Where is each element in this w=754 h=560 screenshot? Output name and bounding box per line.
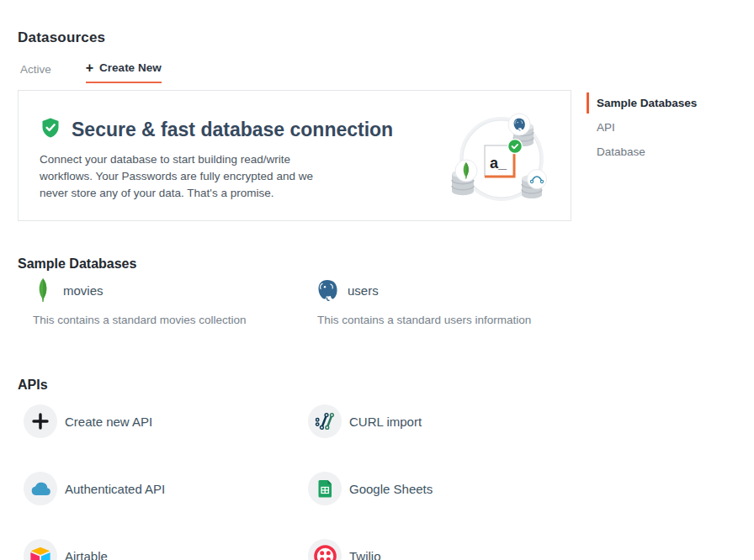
sample-db-item-movies[interactable]: movies This contains a standard movies c… [18,277,302,326]
curve-badge-icon [528,170,547,189]
banner-description: Connect your database to start building … [40,151,332,202]
sample-db-name: movies [63,283,104,298]
api-item-label: Create new API [65,415,152,429]
sample-db-users-row: users [302,277,587,303]
sample-databases-grid: movies This contains a standard movies c… [18,277,587,326]
mongodb-icon [31,277,55,303]
sample-databases-section-title: Sample Databases [18,256,136,272]
api-item-create-new-api[interactable]: Create new API [18,404,302,438]
sample-db-movies-row: movies [18,277,302,303]
sample-db-description: This contains a standard users informati… [302,314,587,326]
twilio-icon [308,539,342,560]
api-item-authenticated-api[interactable]: Authenticated API [18,472,302,505]
datasource-tabs: Active + Create New [20,61,162,83]
api-item-google-sheets[interactable]: Google Sheets [302,472,587,505]
api-item-label: CURL import [349,415,422,429]
banner-header: Secure & fast database connection [40,117,393,142]
side-nav-item-api[interactable]: API [587,117,738,138]
editor-card-label: a_ [490,155,507,172]
api-item-twilio[interactable]: Twilio [302,539,587,560]
api-item-label: Twilio [349,549,381,560]
postgresql-icon [316,277,339,303]
curl-icon [308,404,342,438]
tab-create-new[interactable]: + Create New [86,61,162,83]
shield-check-icon [40,117,61,142]
tab-active[interactable]: Active [20,63,51,83]
sample-db-name: users [348,283,379,298]
cloud-icon [24,472,57,505]
tab-active-label: Active [20,63,51,76]
sample-db-description: This contains a standard movies collecti… [18,314,302,326]
mongodb-badge-icon [455,160,477,182]
banner-title: Secure & fast database connection [72,119,393,141]
postgresql-badge-icon [508,114,530,135]
database-connection-illustration: a_ [448,103,557,212]
side-nav-item-sample-databases[interactable]: Sample Databases [587,92,738,114]
api-item-curl-import[interactable]: CURL import [302,404,587,438]
airtable-icon [24,539,57,560]
apis-section-title: APIs [18,378,48,393]
plus-icon: + [86,63,93,73]
api-item-label: Authenticated API [65,482,165,496]
secure-connection-banner: Secure & fast database connection Connec… [18,90,571,221]
side-nav-item-database[interactable]: Database [587,141,738,162]
sample-db-item-users[interactable]: users This contains a standard users inf… [302,277,587,326]
page-title: Datasources [18,29,105,46]
google-sheets-icon [308,472,342,505]
category-side-nav: Sample Databases API Database [587,92,738,166]
apis-grid: Create new API CURL import Authenticated… [18,404,587,560]
api-item-airtable[interactable]: Airtable [18,539,302,560]
api-item-label: Google Sheets [349,482,433,496]
tab-create-new-label: Create New [99,61,162,74]
api-item-label: Airtable [65,549,108,560]
plus-icon [24,404,57,438]
